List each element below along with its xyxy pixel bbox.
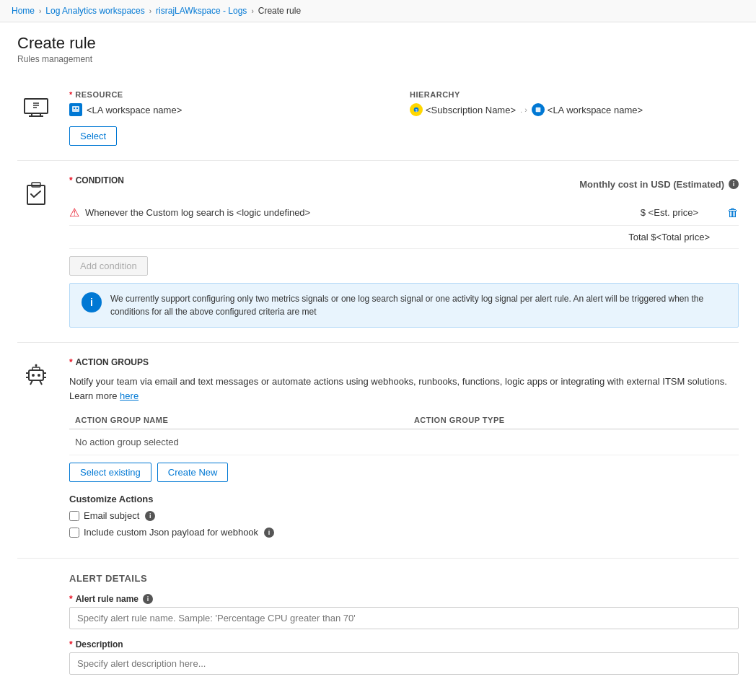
alert-details-body: ALERT DETAILS * Alert rule name i * Desc… [69,573,739,685]
alert-details-title: ALERT DETAILS [69,573,739,584]
monthly-cost-label: Monthly cost in USD (Estimated) i [579,179,739,190]
main-content: * RESOURCE <LA workspace name> HIERARCHY [0,70,756,700]
svg-rect-11 [535,108,540,113]
svg-rect-14 [29,370,43,380]
email-subject-label: Email subject [84,510,139,521]
page-header: Create rule Rules management [0,22,756,70]
resource-icon [17,90,55,146]
email-subject-row: Email subject i [69,510,739,521]
webhook-row: Include custom Json payload for webhook … [69,527,739,538]
email-subject-checkbox[interactable] [69,511,79,521]
action-groups-table: ACTION GROUP NAME ACTION GROUP TYPE No a… [69,411,739,455]
customize-title: Customize Actions [69,494,739,504]
svg-point-16 [38,374,40,377]
workspace-icon [532,103,545,116]
monthly-cost-info-icon[interactable]: i [729,179,739,189]
alert-details-section: ALERT DETAILS * Alert rule name i * Desc… [17,559,739,699]
alert-rule-name-group: * Alert rule name i [69,594,739,629]
ag-name-header: ACTION GROUP NAME [69,411,408,429]
subscription-icon: $ [410,103,423,116]
alert-description-group: * Description [69,639,739,675]
condition-text: Whenever the Custom log search is <logic… [85,207,310,218]
action-buttons: Select existing Create New [69,463,739,482]
resource-col-header: * RESOURCE [69,90,398,99]
hierarchy-col-header: HIERARCHY [410,90,739,99]
select-existing-button[interactable]: Select existing [69,463,151,482]
action-groups-icon [17,357,55,543]
condition-error-icon: ⚠ [69,206,79,219]
hierarchy-col: HIERARCHY $ <Subscription Name> . › [410,90,739,116]
condition-icon [17,175,55,328]
svg-rect-6 [72,106,79,112]
webhook-checkbox[interactable] [69,528,79,538]
total-row: Total $<Total price> [69,226,739,249]
alert-rule-name-info-icon[interactable]: i [143,594,153,604]
customize-actions: Customize Actions Email subject i Includ… [69,494,739,538]
create-new-button[interactable]: Create New [157,463,229,482]
add-condition-button[interactable]: Add condition [69,256,148,276]
alert-rule-name-input[interactable] [69,607,739,629]
resource-section: * RESOURCE <LA workspace name> HIERARCHY [17,76,739,161]
est-price: $ <Est. price> [641,207,698,218]
action-groups-body: * ACTION GROUPS Notify your team via ema… [69,357,739,543]
condition-label: * CONDITION [69,175,124,185]
resource-body: * RESOURCE <LA workspace name> HIERARCHY [69,90,739,146]
webhook-info-icon[interactable]: i [264,528,274,538]
page-subtitle: Rules management [17,54,739,64]
svg-point-15 [32,374,35,377]
alert-description-label: * Description [69,639,739,649]
breadcrumb-sep-3: › [251,7,253,15]
ag-type-header: ACTION GROUP TYPE [408,411,739,429]
no-action-text: No action group selected [69,429,739,455]
email-subject-info-icon[interactable]: i [145,511,155,521]
info-box: i We currently support configuring only … [69,283,739,328]
condition-body: * CONDITION Monthly cost in USD (Estimat… [69,175,739,328]
resource-grid: * RESOURCE <LA workspace name> HIERARCHY [69,90,739,116]
breadcrumb-sep-1: › [39,7,41,15]
action-groups-desc: Notify your team via email and text mess… [69,375,739,403]
condition-section: * CONDITION Monthly cost in USD (Estimat… [17,161,739,343]
condition-right: $ <Est. price> 🗑 [641,206,739,219]
no-action-row: No action group selected [69,429,739,455]
breadcrumb-home[interactable]: Home [12,6,35,16]
select-resource-button[interactable]: Select [69,126,117,146]
hierarchy-path: $ <Subscription Name> . › <LA workspace … [410,103,739,116]
learn-more-link[interactable]: here [120,390,139,401]
svg-rect-0 [25,99,48,113]
la-workspace-icon [69,103,82,116]
alert-details-icon [17,573,55,685]
breadcrumb-workspaces[interactable]: Log Analytics workspaces [45,6,144,16]
info-icon: i [82,292,102,312]
alert-rule-name-label: * Alert rule name i [69,594,739,604]
condition-row: ⚠ Whenever the Custom log search is <log… [69,200,739,226]
workspace-item: <LA workspace name> [532,103,643,116]
breadcrumb-logs[interactable]: risrajLAWkspace - Logs [156,6,247,16]
svg-rect-8 [76,108,78,109]
alert-description-input[interactable] [69,652,739,675]
subscription-item: $ <Subscription Name> [410,103,516,116]
hierarchy-sep: . › [520,105,527,114]
resource-col: * RESOURCE <LA workspace name> [69,90,398,116]
info-text: We currently support configuring only tw… [110,292,726,318]
delete-condition-icon[interactable]: 🗑 [727,206,739,219]
svg-rect-7 [74,108,75,109]
breadcrumb: Home › Log Analytics workspaces › risraj… [0,0,756,22]
condition-left: ⚠ Whenever the Custom log search is <log… [69,206,310,219]
resource-name-text: <LA workspace name> [87,105,182,115]
breadcrumb-current: Create rule [258,6,301,16]
workspace-name: <LA workspace name> [548,105,643,115]
action-groups-label: * ACTION GROUPS [69,357,739,367]
resource-name: <LA workspace name> [69,103,398,116]
svg-point-19 [35,364,38,367]
action-groups-section: * ACTION GROUPS Notify your team via ema… [17,343,739,559]
svg-rect-17 [32,367,40,370]
page-title: Create rule [17,34,739,53]
breadcrumb-sep-2: › [149,7,151,15]
subscription-name: <Subscription Name> [426,105,516,115]
webhook-label: Include custom Json payload for webhook [84,527,258,538]
